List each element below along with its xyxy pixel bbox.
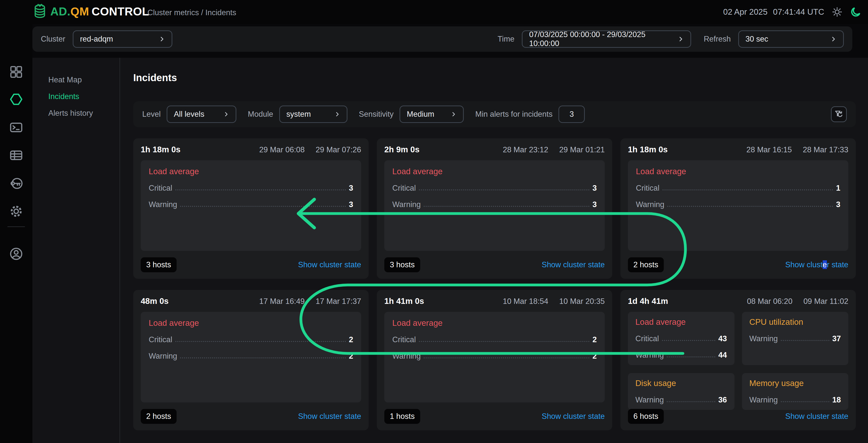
incident-duration: 1h 18m 0s: [628, 145, 668, 154]
incident-start-time: 10 Mar 18:54: [503, 297, 549, 306]
dotted-leader: [175, 341, 346, 342]
min-alerts-label: Min alerts for incidents: [475, 110, 552, 119]
alert-count-value: 3: [836, 200, 840, 209]
terminal-icon[interactable]: [9, 120, 23, 135]
app-logo[interactable]: AD.QMCONTROL: [32, 3, 149, 20]
alert-count-value: 3: [349, 184, 353, 193]
alert-panel: Load averageCritical43Warning44: [628, 312, 735, 365]
alert-count-row: Critical3: [149, 184, 353, 193]
time-range-select[interactable]: 07/03/2025 00:00:00 - 29/03/2025 10:00:0…: [522, 30, 691, 48]
time-range-value: 07/03/2025 00:00:00 - 29/03/2025 10:00:0…: [529, 30, 672, 48]
sidebar-item-alerts-history[interactable]: Alerts history: [32, 105, 120, 122]
dotted-leader: [781, 340, 829, 341]
alert-severity-label: Warning: [749, 334, 778, 343]
incident-end-time: 10 Mar 20:35: [559, 297, 605, 306]
alert-count-value: 2: [592, 335, 597, 344]
alert-severity-label: Warning: [392, 352, 421, 361]
alert-count-row: Critical1: [636, 184, 840, 193]
alert-count-row: Warning36: [636, 396, 727, 404]
alert-count-value: 3: [592, 200, 597, 209]
show-cluster-state-link[interactable]: Show cluster state: [298, 260, 361, 269]
incident-card: 1h 18m 0s29 Mar 06:0829 Mar 07:26Load av…: [133, 138, 369, 279]
alert-metric-title: Load average: [392, 318, 597, 328]
incident-start-time: 28 Mar 16:15: [746, 145, 792, 154]
alert-count-row: Warning3: [392, 200, 597, 209]
hosts-badge: 2 hosts: [141, 409, 177, 424]
level-select[interactable]: All levels: [167, 105, 236, 123]
table-icon[interactable]: [9, 148, 23, 163]
sidebar-item-incidents[interactable]: Incidents: [32, 88, 120, 105]
show-cluster-state-link[interactable]: Show cluster state: [542, 412, 605, 421]
show-cluster-state-link[interactable]: Show cluster state: [785, 412, 848, 421]
hosts-badge: 3 hosts: [384, 257, 420, 272]
cluster-metrics-hexagon-icon[interactable]: [9, 92, 23, 106]
dark-theme-moon-icon[interactable]: [850, 6, 862, 18]
incident-duration: 48m 0s: [141, 297, 168, 306]
chevron-right-icon: [334, 111, 340, 117]
cluster-label: Cluster: [41, 35, 65, 43]
dotted-leader: [667, 401, 715, 402]
alert-count-row: Critical43: [636, 334, 727, 343]
alert-panel: Load averageCritical2Warning2: [384, 312, 605, 402]
incident-card: 48m 0s17 Mar 16:4917 Mar 17:37Load avera…: [133, 290, 369, 430]
incident-end-time: 17 Mar 17:37: [316, 297, 361, 306]
incident-duration: 2h 9m 0s: [384, 145, 420, 154]
alert-count-row: Warning2: [149, 352, 353, 361]
dotted-leader: [419, 190, 590, 191]
clock-date: 02 Apr 2025: [723, 7, 768, 17]
sidebar-item-heat-map[interactable]: Heat Map: [32, 71, 120, 88]
logo-drum-icon: [32, 3, 48, 20]
filter-bar: Level All levels Module system Sensitivi: [133, 101, 856, 127]
section-nav: Heat MapIncidentsAlerts history: [32, 58, 120, 443]
alert-severity-label: Critical: [636, 184, 659, 193]
alert-panel: Load averageCritical2Warning2: [141, 312, 361, 402]
alert-severity-label: Critical: [392, 184, 416, 193]
incident-card: 2h 9m 0s28 Mar 23:1229 Mar 01:21Load ave…: [377, 138, 612, 279]
clock-time: 07:41:44 UTC: [773, 7, 824, 17]
show-cluster-state-link[interactable]: Show cluster state: [542, 260, 605, 269]
alert-panel: Load averageCritical3Warning3: [141, 160, 361, 251]
show-cluster-state-link[interactable]: Show cluster state: [298, 412, 361, 421]
alert-count-value: 3: [592, 184, 597, 193]
refresh-interval-select[interactable]: 30 sec: [738, 30, 844, 48]
chevron-right-icon: [223, 111, 229, 117]
alert-severity-label: Warning: [636, 200, 664, 209]
module-select-value: system: [286, 110, 311, 119]
alert-panel: Disk usageWarning36: [628, 373, 735, 410]
dashboard-grid-icon[interactable]: [9, 65, 23, 79]
dotted-leader: [662, 190, 833, 191]
cluster-toolbar: Cluster red-adqm Time 07/03/2025 00:00:0…: [32, 26, 852, 52]
alert-count-value: 37: [832, 334, 841, 343]
alert-severity-label: Warning: [392, 200, 421, 209]
app-root: AD.QMCONTROL Cluster metrics / Incidents…: [0, 0, 868, 443]
user-profile-icon[interactable]: [9, 247, 23, 261]
incident-card: 1h 18m 0s28 Mar 16:1528 Mar 17:33Load av…: [620, 138, 856, 279]
dotted-leader: [667, 356, 715, 357]
module-select[interactable]: system: [279, 105, 347, 123]
incident-duration: 1h 18m 0s: [141, 145, 181, 154]
alert-count-value: 2: [349, 352, 353, 361]
sensitivity-select[interactable]: Medium: [400, 105, 464, 123]
page-title: Incidents: [133, 72, 177, 83]
alert-count-value: 2: [592, 352, 597, 361]
alert-severity-label: Warning: [749, 396, 778, 404]
icon-rail: [0, 24, 32, 443]
incident-start-time: 29 Mar 06:08: [259, 145, 305, 154]
show-cluster-state-link[interactable]: Show cluster state: [785, 260, 848, 269]
incident-card: 1d 4h 41m08 Mar 06:2009 Mar 11:02Load av…: [620, 290, 856, 430]
reset-filters-button[interactable]: [831, 106, 847, 122]
dotted-leader: [424, 206, 589, 207]
alert-count-row: Warning2: [392, 352, 597, 361]
top-bar: AD.QMCONTROL Cluster metrics / Incidents…: [0, 0, 868, 24]
alert-count-row: Warning44: [636, 351, 727, 360]
alert-metric-title: CPU utilization: [749, 317, 841, 327]
breadcrumb: Cluster metrics / Incidents: [148, 8, 236, 17]
light-theme-sun-icon[interactable]: [832, 6, 843, 18]
dotted-leader: [662, 340, 715, 341]
incident-duration: 1h 41m 0s: [384, 297, 424, 306]
settings-gear-icon[interactable]: [9, 204, 23, 218]
key-icon[interactable]: [9, 176, 23, 191]
alert-metric-title: Load average: [636, 317, 727, 327]
min-alerts-input[interactable]: 3: [558, 105, 585, 123]
cluster-select[interactable]: red-adqm: [73, 30, 173, 48]
